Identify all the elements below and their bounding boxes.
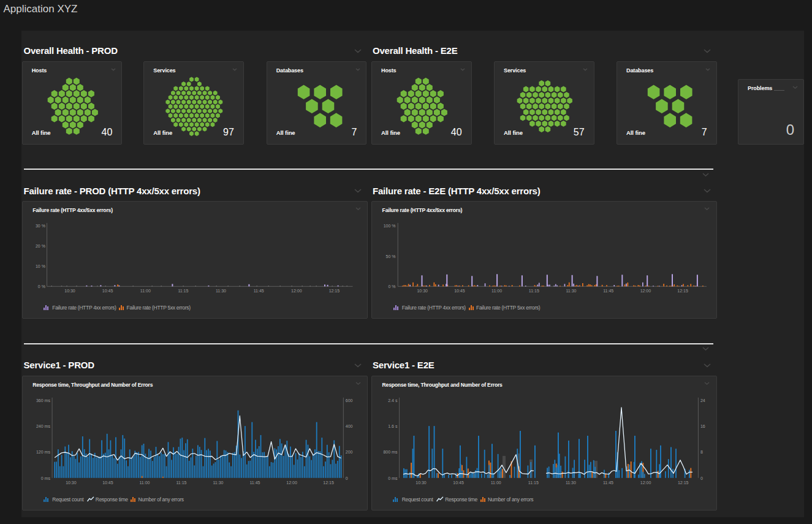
svg-text:10 %: 10 % <box>36 264 45 268</box>
svg-text:10:45: 10:45 <box>102 289 113 293</box>
svg-text:0 ms: 0 ms <box>40 476 50 480</box>
svg-text:11:45: 11:45 <box>249 480 260 485</box>
svg-text:12:00: 12:00 <box>291 289 302 293</box>
svg-text:12:00: 12:00 <box>286 480 297 485</box>
svg-text:12:15: 12:15 <box>323 480 334 485</box>
svg-text:0 ms: 0 ms <box>388 476 398 480</box>
svg-text:10:30: 10:30 <box>415 480 427 485</box>
svg-text:0: 0 <box>700 476 703 480</box>
svg-text:400: 400 <box>345 424 352 428</box>
svg-text:11:30: 11:30 <box>566 480 576 485</box>
svg-text:11:30: 11:30 <box>213 480 223 485</box>
svg-text:30 %: 30 % <box>36 224 45 228</box>
svg-text:11:30: 11:30 <box>566 289 577 293</box>
svg-text:12:15: 12:15 <box>328 289 340 293</box>
svg-text:200: 200 <box>345 450 352 454</box>
svg-text:11:15: 11:15 <box>176 480 186 485</box>
svg-text:24: 24 <box>700 398 705 403</box>
svg-text:11:00: 11:00 <box>491 289 502 293</box>
svg-text:11:45: 11:45 <box>603 289 613 293</box>
svg-text:240 ms: 240 ms <box>36 424 50 428</box>
svg-text:20 %: 20 % <box>36 244 45 248</box>
svg-text:11:45: 11:45 <box>253 289 264 293</box>
svg-text:2.4 s: 2.4 s <box>388 398 398 403</box>
svg-text:8: 8 <box>700 450 703 454</box>
svg-text:0 %: 0 % <box>37 284 45 289</box>
svg-text:360 ms: 360 ms <box>36 398 50 403</box>
svg-text:0: 0 <box>345 476 347 480</box>
svg-text:11:00: 11:00 <box>139 480 150 485</box>
svg-text:120 ms: 120 ms <box>36 450 50 454</box>
svg-text:11:15: 11:15 <box>178 289 188 293</box>
svg-text:11:30: 11:30 <box>216 289 226 293</box>
svg-text:600: 600 <box>345 398 352 403</box>
svg-text:11:00: 11:00 <box>491 480 501 485</box>
svg-text:1.6 s: 1.6 s <box>388 424 398 428</box>
svg-text:10:30: 10:30 <box>417 289 428 293</box>
svg-text:12:15: 12:15 <box>677 289 688 293</box>
svg-text:10:45: 10:45 <box>454 289 465 293</box>
svg-text:12:00: 12:00 <box>640 289 651 293</box>
svg-text:50 %: 50 % <box>386 254 396 259</box>
svg-text:11:15: 11:15 <box>529 289 539 293</box>
svg-text:12:00: 12:00 <box>640 480 651 485</box>
svg-text:0 %: 0 % <box>388 284 395 289</box>
svg-text:10:45: 10:45 <box>102 480 113 485</box>
svg-text:16: 16 <box>700 424 705 428</box>
svg-text:11:15: 11:15 <box>528 480 539 485</box>
svg-text:800 ms: 800 ms <box>383 450 397 454</box>
svg-text:11:45: 11:45 <box>603 480 613 485</box>
svg-text:11:00: 11:00 <box>140 289 150 293</box>
svg-text:10:30: 10:30 <box>66 480 77 485</box>
svg-text:12:15: 12:15 <box>678 480 689 485</box>
svg-text:10:45: 10:45 <box>453 480 464 485</box>
svg-text:10:30: 10:30 <box>64 289 75 293</box>
svg-text:100 %: 100 % <box>384 224 396 228</box>
